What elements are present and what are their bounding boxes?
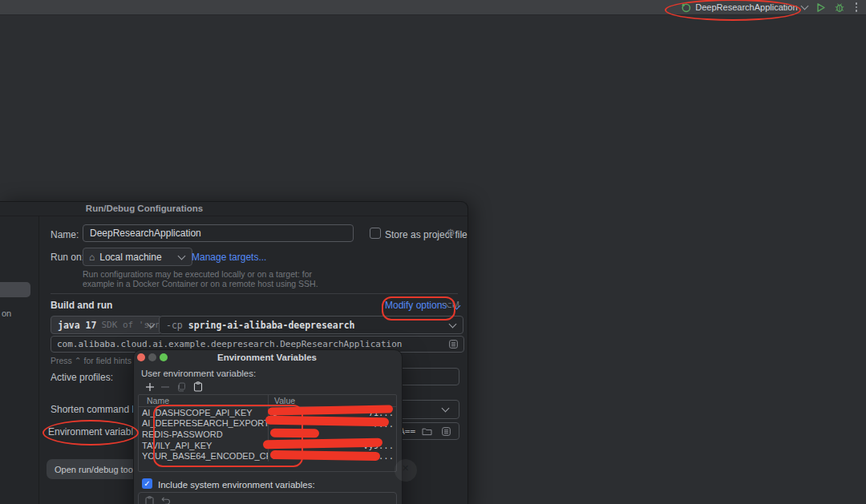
add-variable-button[interactable] xyxy=(142,382,157,392)
home-icon: ⌂ xyxy=(89,252,95,263)
copy-icon[interactable] xyxy=(172,382,189,392)
run-button[interactable] xyxy=(815,2,826,13)
run-config-label: DeepResearchApplication xyxy=(695,2,797,12)
check-icon: ✓ xyxy=(144,479,150,488)
open-tool-window-label: Open run/debug tool wi xyxy=(55,465,144,474)
name-label: Name: xyxy=(51,229,79,240)
app-window: DeepResearchApplication xyxy=(0,0,866,504)
environment-variables-label: Environment variables: xyxy=(48,426,146,437)
user-env-label: User environment variables: xyxy=(141,369,256,378)
main-toolbar: DeepResearchApplication xyxy=(0,0,866,15)
cp-value: spring-ai-alibaba-deepresearch xyxy=(188,320,355,331)
env-var-value: r... xyxy=(269,418,396,429)
list-options-icon[interactable] xyxy=(449,340,458,349)
store-as-project-file-checkbox[interactable] xyxy=(370,228,381,239)
table-header: Name Value xyxy=(139,395,396,407)
cp-flag: -cp xyxy=(166,320,183,331)
section-divider xyxy=(51,293,458,294)
manage-targets-link[interactable]: Manage targets... xyxy=(192,252,266,263)
debug-button[interactable] xyxy=(834,2,845,13)
modify-options-label: Modify options xyxy=(385,300,447,311)
env-dialog-bottom-field[interactable] xyxy=(138,492,397,504)
jre-select[interactable]: java 17 SDK of 'spri… xyxy=(51,316,162,334)
env-var-name: AI_DASHSCOPE_API_KEY xyxy=(139,408,269,417)
more-options-button[interactable] xyxy=(853,2,860,12)
name-value: DeepResearchApplication xyxy=(90,228,201,239)
include-system-checkbox[interactable]: ✓ xyxy=(142,478,152,489)
env-var-value: vy9... xyxy=(269,440,396,451)
cursor-ghost: ✕ xyxy=(395,459,417,482)
chevron-down-icon xyxy=(449,320,457,328)
env-dialog-title: Environment Variables xyxy=(133,353,401,362)
build-and-run-label: Build and run xyxy=(51,300,112,311)
field-hints-text: Press ⌃ for field hints xyxy=(51,356,132,365)
undo-icon[interactable] xyxy=(161,497,171,504)
paste-icon[interactable] xyxy=(189,381,206,392)
run-on-hint-line1: Run configurations may be executed local… xyxy=(83,269,312,279)
env-var-value: 100... xyxy=(269,450,396,462)
env-var-value xyxy=(269,429,396,440)
env-var-name: AI_DEEPRESEARCH_EXPORT_PATH xyxy=(139,418,269,428)
env-var-name: YOUR_BASE64_ENCODED_CREDE... xyxy=(139,451,269,461)
include-system-label: Include system environment variables: xyxy=(158,480,315,490)
remove-variable-button[interactable] xyxy=(157,382,172,392)
name-input[interactable]: DeepResearchApplication xyxy=(83,224,354,242)
config-tree-item-partial: on xyxy=(2,308,11,318)
modify-options-shortcut: ⌥M xyxy=(442,300,459,310)
run-debug-dialog-title: Run/Debug Configurations xyxy=(0,204,289,213)
run-on-select[interactable]: ⌂ Local machine xyxy=(83,248,192,266)
spring-boot-icon xyxy=(681,2,691,13)
classpath-select[interactable]: -cp spring-ai-alibaba-deepresearch xyxy=(159,316,463,334)
config-tree-sidebar[interactable] xyxy=(0,216,39,504)
column-header-name[interactable]: Name xyxy=(139,395,269,406)
active-profiles-label: Active profiles: xyxy=(51,372,113,383)
chevron-down-icon xyxy=(800,2,808,10)
env-var-name: REDIS-PASSWORD xyxy=(139,429,269,439)
dialog-title-divider xyxy=(0,216,467,216)
main-class-value: com.alibaba.cloud.ai.example.deepresearc… xyxy=(57,339,402,349)
chevron-down-icon xyxy=(178,252,186,260)
expand-editor-icon[interactable] xyxy=(442,427,451,436)
gear-icon[interactable]: ⚙ xyxy=(446,227,455,239)
folder-icon[interactable] xyxy=(422,427,432,436)
env-var-name: TAVILY_API_KEY xyxy=(139,441,269,450)
env-table-body: AI_DASHSCOPE_API_KEYs71...AI_DEEPRESEARC… xyxy=(139,407,396,462)
run-on-value: Local machine xyxy=(99,252,161,263)
env-var-value: s71... xyxy=(269,407,396,418)
open-tool-window-button[interactable]: Open run/debug tool wi xyxy=(47,459,144,479)
paste-icon[interactable] xyxy=(145,496,154,504)
run-config-selector[interactable]: DeepResearchApplication xyxy=(681,2,807,13)
run-on-hint-line2: example in a Docker Container or on a re… xyxy=(83,279,318,288)
config-tree-selected-item[interactable] xyxy=(0,282,30,297)
run-on-label: Run on: xyxy=(51,252,84,263)
jre-value: java 17 xyxy=(58,320,96,331)
chevron-down-icon xyxy=(442,405,450,413)
column-header-value[interactable]: Value xyxy=(269,396,396,405)
env-variables-table[interactable]: Name Value AI_DASHSCOPE_API_KEYs71...AI_… xyxy=(138,394,397,472)
